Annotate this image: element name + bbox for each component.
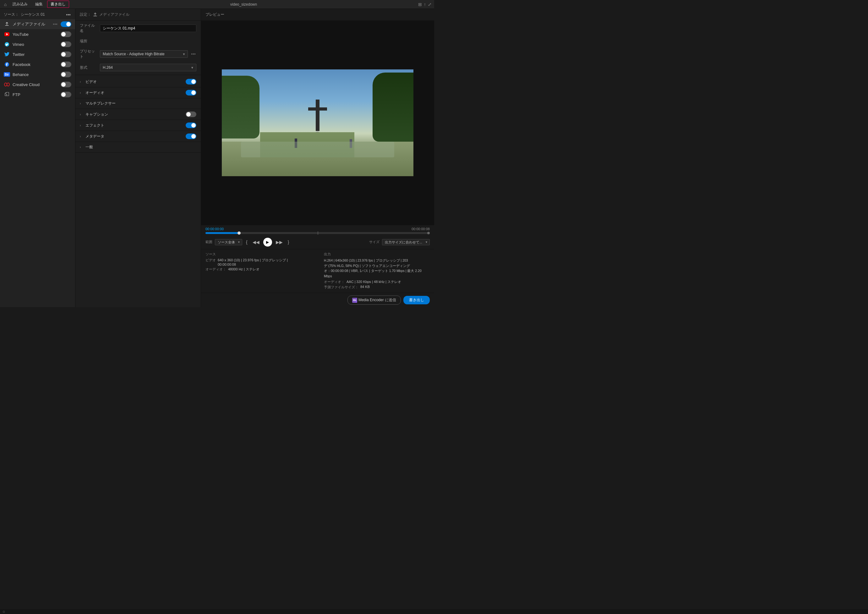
general-label: 一般 <box>85 144 196 150</box>
output-video-row: H.264 | 640x360 (10) | 23.976 fps | プログレ… <box>324 258 430 279</box>
home-icon[interactable]: ⌂ <box>3 2 8 7</box>
audio-chevron: › <box>80 91 84 95</box>
range-select-wrap: ソース全体 ▼ <box>215 239 242 245</box>
filename-input[interactable] <box>100 25 196 32</box>
svg-point-6 <box>5 83 7 86</box>
step-back-btn[interactable]: ◀◀ <box>251 239 261 245</box>
sidebar-item-vimeo[interactable]: Vimeo <box>0 39 75 49</box>
source-video-row: ビデオ 640 x 360 (10) | 23.976 fps | プログレッシ… <box>205 258 311 266</box>
video-chevron: › <box>80 80 84 84</box>
settings-panel: 設定： メディアファイル ファイル名 場所 プリセット Match Source… <box>75 9 201 307</box>
behance-toggle[interactable] <box>61 71 71 77</box>
accordion-video-header[interactable]: › ビデオ <box>75 76 201 87</box>
caption-toggle[interactable] <box>186 112 196 117</box>
ftp-toggle[interactable] <box>61 92 71 98</box>
size-select[interactable]: 出力サイズに合わせて... <box>382 239 430 245</box>
tree-right <box>373 73 413 142</box>
output-filesize-row: 予測ファイルサイズ： 84 KB <box>324 285 430 290</box>
media-file-more[interactable]: ••• <box>52 22 58 27</box>
layout-icon[interactable]: ⊞ <box>418 2 422 7</box>
sidebar: ソース： シーケンス 01 ••• メディアファイル ••• <box>0 9 75 307</box>
timeline-bar <box>201 232 434 237</box>
controls-bar: 範囲 ソース全体 ▼ { ◀◀ ▶ ▶▶ } サイズ 出力サイズに合わせて...… <box>201 237 434 249</box>
preview-header: プレビュー <box>201 9 434 21</box>
sidebar-item-facebook[interactable]: Facebook <box>0 59 75 70</box>
media-file-label: メディアファイル <box>12 21 50 27</box>
audio-toggle[interactable] <box>186 90 196 96</box>
accordion-caption-header[interactable]: › キャプション <box>75 109 201 119</box>
facebook-icon <box>4 61 10 68</box>
twitter-icon <box>4 51 10 57</box>
accordion-general-header[interactable]: › 一般 <box>75 142 201 152</box>
media-encoder-btn[interactable]: Me Media Encoder に送信 <box>348 296 401 305</box>
metadata-label: メタデータ <box>85 134 184 139</box>
preset-select[interactable]: Match Source - Adaptive High Bitrate <box>100 50 188 58</box>
output-audio-val: AAC | 320 Kbps | 48 kHz | ステレオ <box>346 279 401 284</box>
export-tab[interactable]: 書き出し <box>47 1 69 8</box>
output-audio-row: オーディオ： AAC | 320 Kbps | 48 kHz | ステレオ <box>324 279 430 284</box>
play-btn[interactable]: ▶ <box>263 238 272 247</box>
format-label: 形式 <box>80 65 97 70</box>
sidebar-item-creative-cloud[interactable]: Creative Cloud <box>0 79 75 90</box>
ftp-icon <box>4 91 10 98</box>
youtube-toggle[interactable] <box>61 31 71 37</box>
format-row: 形式 H.264 ▼ <box>75 62 201 73</box>
accordion-general: › 一般 <box>75 142 201 153</box>
divider-1 <box>75 75 201 75</box>
sidebar-item-behance[interactable]: Bē Behance <box>0 70 75 79</box>
metadata-chevron: › <box>80 135 84 138</box>
accordion-mux-header[interactable]: › マルチプレクサー <box>75 98 201 109</box>
step-forward-btn[interactable]: ▶▶ <box>275 239 284 245</box>
settings-upload-icon <box>93 12 97 17</box>
cc-toggle[interactable] <box>61 82 71 87</box>
edit-tab[interactable]: 編集 <box>32 1 46 8</box>
cross-vertical-bar <box>316 99 320 131</box>
effect-toggle[interactable] <box>186 122 196 128</box>
facebook-toggle[interactable] <box>61 62 71 67</box>
sidebar-header: ソース： シーケンス 01 ••• <box>0 9 75 19</box>
video-toggle[interactable] <box>186 79 196 84</box>
location-row: 場所 <box>75 36 201 47</box>
caption-label: キャプション <box>85 112 184 117</box>
preview-panel: プレビュー <box>201 9 434 307</box>
timeline-end-thumb[interactable] <box>427 232 430 234</box>
svg-text:Bē: Bē <box>5 73 9 76</box>
export-btn[interactable]: 書き出し <box>404 296 430 304</box>
expand-icon[interactable]: ⤢ <box>428 2 432 7</box>
size-select-wrap: 出力サイズに合わせて... ▼ <box>382 239 430 245</box>
caption-chevron: › <box>80 113 84 116</box>
range-select[interactable]: ソース全体 <box>215 239 242 245</box>
source-info: ソース ビデオ 640 x 360 (10) | 23.976 fps | プロ… <box>205 252 311 290</box>
twitter-toggle[interactable] <box>61 51 71 57</box>
sidebar-item-youtube[interactable]: YouTube <box>0 29 75 39</box>
sidebar-item-media-file[interactable]: メディアファイル ••• <box>0 19 75 29</box>
sidebar-item-ftp[interactable]: FTP <box>0 90 75 99</box>
app-title: video_sizedown <box>70 2 417 6</box>
timeline-track[interactable] <box>205 232 430 234</box>
mux-chevron: › <box>80 102 84 105</box>
audio-label: オーディオ <box>85 90 184 96</box>
format-select[interactable]: H.264 <box>100 64 196 71</box>
size-label: サイズ <box>369 240 379 244</box>
youtube-label: YouTube <box>12 32 58 37</box>
bracket-start-btn[interactable]: { <box>245 239 249 245</box>
preset-more[interactable]: ••• <box>190 51 196 57</box>
vimeo-toggle[interactable] <box>61 42 71 47</box>
vimeo-icon <box>4 41 10 47</box>
bracket-end-btn[interactable]: } <box>287 239 290 245</box>
timeline-thumb[interactable] <box>238 231 241 235</box>
media-file-toggle[interactable] <box>61 21 71 27</box>
metadata-toggle[interactable] <box>186 133 196 139</box>
share-icon[interactable]: ↑ <box>424 2 426 7</box>
source-video-key: ビデオ <box>205 258 216 266</box>
sidebar-item-twitter[interactable]: Twitter <box>0 49 75 59</box>
accordion-metadata: › メタデータ <box>75 131 201 142</box>
filename-label: ファイル名 <box>80 23 97 34</box>
accordion-metadata-header[interactable]: › メタデータ <box>75 131 201 142</box>
location-input[interactable] <box>100 38 196 44</box>
accordion-effect-header[interactable]: › エフェクト <box>75 120 201 131</box>
accordion-audio-header[interactable]: › オーディオ <box>75 87 201 98</box>
tree-left <box>222 76 259 138</box>
sidebar-more-icon[interactable]: ••• <box>65 12 71 17</box>
import-tab[interactable]: 読み込み <box>9 1 31 8</box>
